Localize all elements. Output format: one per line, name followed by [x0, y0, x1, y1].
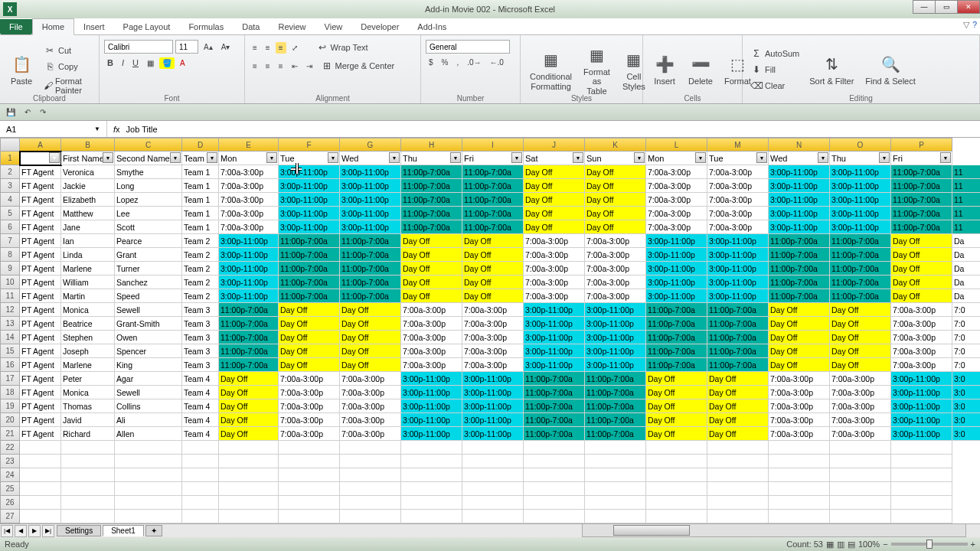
data-cell[interactable]: Day Off [219, 427, 279, 441]
row-header[interactable]: 13 [0, 317, 20, 331]
font-size-combo[interactable]: 11 [175, 40, 198, 54]
data-cell[interactable]: 11:00p-7:00a [707, 331, 769, 344]
data-cell[interactable]: 7:00a-3:00p [646, 179, 707, 193]
data-cell[interactable]: 3:00p-11:00p [769, 165, 830, 179]
data-cell[interactable]: PT Agent [20, 317, 61, 331]
data-cell[interactable]: Day Off [401, 289, 462, 303]
data-cell[interactable]: 3:00p-11:00p [401, 386, 462, 399]
data-cell[interactable] [524, 496, 585, 510]
name-box[interactable]: A1▼ [0, 121, 107, 137]
data-cell[interactable] [20, 455, 61, 468]
data-cell[interactable] [340, 496, 401, 510]
row-header[interactable]: 4 [0, 193, 20, 207]
data-cell[interactable]: Speed [115, 289, 182, 303]
data-cell[interactable]: Day Off [891, 234, 952, 248]
data-cell[interactable] [524, 455, 585, 468]
data-cell[interactable]: 3:00p-11:00p [524, 331, 585, 344]
horizontal-scrollbar[interactable] [582, 523, 966, 537]
data-cell[interactable]: 3:00p-11:00p [219, 248, 279, 262]
align-bot-button[interactable]: ≡ [276, 42, 286, 54]
data-cell[interactable]: 11:00p-7:00a [585, 427, 646, 441]
close-button[interactable]: ✕ [957, 0, 980, 14]
zoom-slider[interactable] [891, 543, 968, 546]
data-cell[interactable]: Team 1 [182, 179, 219, 193]
data-cell[interactable]: 11:00p-7:00a [891, 207, 952, 220]
data-cell[interactable]: Team 1 [182, 165, 219, 179]
data-cell[interactable]: 3:00p-11:00p [891, 372, 952, 386]
data-cell[interactable]: 7:00a-3:00p [830, 413, 891, 427]
data-cell[interactable]: Team 1 [182, 207, 219, 220]
data-cell[interactable]: 3:00p-11:00p [769, 220, 830, 234]
data-cell[interactable] [707, 468, 769, 482]
row-header[interactable]: 8 [0, 248, 20, 262]
header-cell[interactable]: Sat▼ [524, 152, 585, 165]
data-cell[interactable]: 7:00a-3:00p [707, 193, 769, 207]
formula-bar[interactable]: Job Title [126, 125, 974, 134]
data-cell[interactable]: 7:00a-3:00p [279, 427, 340, 441]
data-cell[interactable]: 7:00a-3:00p [219, 165, 279, 179]
data-cell[interactable]: PT Agent [20, 248, 61, 262]
data-cell[interactable]: 7:00a-3:00p [524, 248, 585, 262]
data-cell[interactable]: 11:00p-7:00a [891, 193, 952, 207]
ribbon-tab-data[interactable]: Data [233, 19, 269, 34]
orientation-button[interactable]: ⤢ [289, 42, 301, 54]
data-cell[interactable]: 7:00a-3:00p [219, 207, 279, 220]
data-cell[interactable] [707, 482, 769, 496]
data-cell[interactable]: 11:00p-7:00a [524, 427, 585, 441]
data-cell[interactable] [61, 496, 115, 510]
data-cell[interactable]: Team 1 [182, 193, 219, 207]
data-cell[interactable] [401, 455, 462, 468]
data-cell[interactable] [585, 496, 646, 510]
ribbon-tab-home[interactable]: Home [32, 18, 74, 35]
data-cell[interactable]: 3:00p-11:00p [769, 193, 830, 207]
data-cell[interactable]: Marlene [61, 262, 115, 276]
data-cell[interactable] [769, 496, 830, 510]
data-cell[interactable]: 7:00a-3:00p [891, 344, 952, 358]
data-cell[interactable]: Beatrice [61, 317, 115, 331]
undo-icon[interactable]: ↶ [21, 106, 34, 118]
data-cell[interactable] [340, 510, 401, 523]
data-cell[interactable]: 3:00p-11:00p [462, 399, 524, 413]
data-cell[interactable]: 7:00a-3:00p [891, 303, 952, 317]
data-cell[interactable]: 3:00p-11:00p [219, 262, 279, 276]
data-cell[interactable]: 3:00p-11:00p [279, 220, 340, 234]
data-cell[interactable] [340, 455, 401, 468]
data-cell[interactable]: Matthew [61, 207, 115, 220]
data-cell[interactable]: Day Off [646, 413, 707, 427]
data-cell[interactable] [20, 510, 61, 523]
row-header[interactable]: 11 [0, 289, 20, 303]
header-cell[interactable]: Tue▼ [279, 152, 340, 165]
column-header[interactable]: G [340, 138, 401, 152]
data-cell[interactable]: 11:00p-7:00a [401, 165, 462, 179]
wrap-text-button[interactable]: ↩Wrap Text [313, 40, 371, 55]
data-cell[interactable]: 11:00p-7:00a [707, 317, 769, 331]
underline-button[interactable]: U [129, 57, 142, 69]
data-cell[interactable]: 7:0 [952, 358, 980, 372]
data-cell[interactable]: Team 1 [182, 220, 219, 234]
data-cell[interactable]: 7:00a-3:00p [830, 399, 891, 413]
align-top-button[interactable]: ≡ [250, 42, 260, 54]
data-cell[interactable]: Sewell [115, 303, 182, 317]
indent-dec-button[interactable]: ⇤ [289, 60, 301, 72]
header-cell[interactable]: First Name▼ [61, 152, 115, 165]
data-cell[interactable]: Day Off [340, 303, 401, 317]
data-cell[interactable]: 7:00a-3:00p [769, 372, 830, 386]
data-cell[interactable]: 7:00a-3:00p [340, 386, 401, 399]
data-cell[interactable]: 11:00p-7:00a [340, 262, 401, 276]
font-name-combo[interactable]: Calibri [104, 40, 173, 54]
data-cell[interactable]: 7:00a-3:00p [830, 427, 891, 441]
data-cell[interactable]: 11:00p-7:00a [646, 331, 707, 344]
filter-dropdown-icon[interactable]: ▼ [511, 152, 522, 163]
data-cell[interactable]: 7:00a-3:00p [340, 427, 401, 441]
data-cell[interactable]: 11:00p-7:00a [401, 193, 462, 207]
delete-cells-button[interactable]: ➖Delete [684, 51, 717, 87]
data-cell[interactable]: Da [952, 276, 980, 289]
data-cell[interactable]: 3:00p-11:00p [279, 165, 340, 179]
data-cell[interactable]: Monica [61, 386, 115, 399]
data-cell[interactable]: 11:00p-7:00a [524, 413, 585, 427]
data-cell[interactable] [646, 510, 707, 523]
align-right-button[interactable]: ≡ [276, 60, 286, 72]
header-cell[interactable]: Fri▼ [462, 152, 524, 165]
row-header[interactable]: 16 [0, 358, 20, 372]
data-cell[interactable]: Day Off [219, 399, 279, 413]
